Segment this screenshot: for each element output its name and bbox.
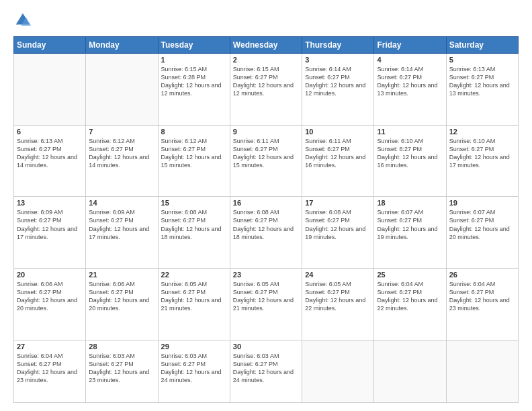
day-info: Sunrise: 6:13 AM Sunset: 6:27 PM Dayligh… bbox=[17, 137, 83, 170]
day-number: 6 bbox=[17, 128, 83, 136]
day-info: Sunrise: 6:09 AM Sunset: 6:27 PM Dayligh… bbox=[89, 208, 154, 241]
weekday-header-sunday: Sunday bbox=[14, 37, 86, 54]
page: SundayMondayTuesdayWednesdayThursdayFrid… bbox=[0, 0, 532, 411]
weekday-header-row: SundayMondayTuesdayWednesdayThursdayFrid… bbox=[14, 37, 519, 54]
calendar-cell: 20Sunrise: 6:06 AM Sunset: 6:27 PM Dayli… bbox=[14, 268, 86, 340]
calendar-cell bbox=[446, 340, 518, 402]
day-number: 12 bbox=[449, 128, 515, 136]
day-number: 28 bbox=[89, 342, 154, 351]
calendar-cell: 2Sunrise: 6:15 AM Sunset: 6:27 PM Daylig… bbox=[230, 54, 302, 126]
day-info: Sunrise: 6:06 AM Sunset: 6:27 PM Dayligh… bbox=[17, 280, 83, 313]
day-number: 29 bbox=[161, 342, 227, 351]
calendar-cell: 28Sunrise: 6:03 AM Sunset: 6:27 PM Dayli… bbox=[86, 340, 158, 402]
day-info: Sunrise: 6:11 AM Sunset: 6:27 PM Dayligh… bbox=[233, 137, 299, 170]
day-info: Sunrise: 6:04 AM Sunset: 6:27 PM Dayligh… bbox=[17, 352, 83, 385]
calendar-cell: 8Sunrise: 6:12 AM Sunset: 6:27 PM Daylig… bbox=[158, 125, 230, 197]
day-info: Sunrise: 6:05 AM Sunset: 6:27 PM Dayligh… bbox=[305, 280, 371, 313]
calendar-cell: 19Sunrise: 6:07 AM Sunset: 6:27 PM Dayli… bbox=[446, 197, 518, 269]
calendar-cell: 26Sunrise: 6:04 AM Sunset: 6:27 PM Dayli… bbox=[446, 268, 518, 340]
weekday-header-saturday: Saturday bbox=[446, 37, 518, 54]
day-number: 18 bbox=[377, 199, 443, 207]
day-info: Sunrise: 6:14 AM Sunset: 6:27 PM Dayligh… bbox=[377, 65, 443, 98]
day-number: 16 bbox=[233, 199, 299, 207]
calendar-cell bbox=[86, 54, 158, 126]
calendar-cell: 15Sunrise: 6:08 AM Sunset: 6:27 PM Dayli… bbox=[158, 197, 230, 269]
day-number: 13 bbox=[17, 199, 83, 207]
weekday-header-tuesday: Tuesday bbox=[158, 37, 230, 54]
day-number: 19 bbox=[449, 199, 515, 207]
calendar-cell: 7Sunrise: 6:12 AM Sunset: 6:27 PM Daylig… bbox=[86, 125, 158, 197]
day-number: 20 bbox=[17, 271, 83, 279]
day-info: Sunrise: 6:09 AM Sunset: 6:27 PM Dayligh… bbox=[17, 208, 83, 241]
day-number: 3 bbox=[305, 56, 371, 64]
day-info: Sunrise: 6:10 AM Sunset: 6:27 PM Dayligh… bbox=[377, 137, 443, 170]
calendar-cell: 22Sunrise: 6:05 AM Sunset: 6:27 PM Dayli… bbox=[158, 268, 230, 340]
day-number: 27 bbox=[17, 342, 83, 351]
calendar-cell: 30Sunrise: 6:03 AM Sunset: 6:27 PM Dayli… bbox=[230, 340, 302, 402]
logo bbox=[13, 11, 35, 30]
calendar-cell: 16Sunrise: 6:08 AM Sunset: 6:27 PM Dayli… bbox=[230, 197, 302, 269]
day-number: 9 bbox=[233, 128, 299, 136]
day-info: Sunrise: 6:12 AM Sunset: 6:27 PM Dayligh… bbox=[161, 137, 227, 170]
calendar-cell: 24Sunrise: 6:05 AM Sunset: 6:27 PM Dayli… bbox=[302, 268, 374, 340]
calendar-cell: 21Sunrise: 6:06 AM Sunset: 6:27 PM Dayli… bbox=[86, 268, 158, 340]
calendar-cell: 10Sunrise: 6:11 AM Sunset: 6:27 PM Dayli… bbox=[302, 125, 374, 197]
calendar-cell bbox=[14, 54, 86, 126]
day-info: Sunrise: 6:07 AM Sunset: 6:27 PM Dayligh… bbox=[377, 208, 443, 241]
calendar-cell: 5Sunrise: 6:13 AM Sunset: 6:27 PM Daylig… bbox=[446, 54, 518, 126]
day-number: 8 bbox=[161, 128, 227, 136]
calendar-cell: 1Sunrise: 6:15 AM Sunset: 6:28 PM Daylig… bbox=[158, 54, 230, 126]
day-info: Sunrise: 6:04 AM Sunset: 6:27 PM Dayligh… bbox=[377, 280, 443, 313]
day-info: Sunrise: 6:06 AM Sunset: 6:27 PM Dayligh… bbox=[89, 280, 154, 313]
day-info: Sunrise: 6:13 AM Sunset: 6:27 PM Dayligh… bbox=[449, 65, 515, 98]
day-info: Sunrise: 6:03 AM Sunset: 6:27 PM Dayligh… bbox=[89, 352, 154, 385]
day-info: Sunrise: 6:15 AM Sunset: 6:28 PM Dayligh… bbox=[161, 65, 227, 98]
day-number: 17 bbox=[305, 199, 371, 207]
calendar-cell: 27Sunrise: 6:04 AM Sunset: 6:27 PM Dayli… bbox=[14, 340, 86, 402]
day-number: 21 bbox=[89, 271, 154, 279]
day-info: Sunrise: 6:07 AM Sunset: 6:27 PM Dayligh… bbox=[449, 208, 515, 241]
day-number: 25 bbox=[377, 271, 443, 279]
calendar-week-row: 27Sunrise: 6:04 AM Sunset: 6:27 PM Dayli… bbox=[14, 340, 519, 402]
weekday-header-friday: Friday bbox=[374, 37, 446, 54]
day-info: Sunrise: 6:03 AM Sunset: 6:27 PM Dayligh… bbox=[161, 352, 227, 385]
day-info: Sunrise: 6:10 AM Sunset: 6:27 PM Dayligh… bbox=[449, 137, 515, 170]
day-info: Sunrise: 6:08 AM Sunset: 6:27 PM Dayligh… bbox=[161, 208, 227, 241]
day-info: Sunrise: 6:11 AM Sunset: 6:27 PM Dayligh… bbox=[305, 137, 371, 170]
day-number: 22 bbox=[161, 271, 227, 279]
day-info: Sunrise: 6:05 AM Sunset: 6:27 PM Dayligh… bbox=[161, 280, 227, 313]
day-info: Sunrise: 6:05 AM Sunset: 6:27 PM Dayligh… bbox=[233, 280, 299, 313]
day-number: 15 bbox=[161, 199, 227, 207]
day-number: 2 bbox=[233, 56, 299, 64]
day-number: 26 bbox=[449, 271, 515, 279]
day-number: 30 bbox=[233, 342, 299, 351]
calendar-cell bbox=[374, 340, 446, 402]
calendar-cell: 23Sunrise: 6:05 AM Sunset: 6:27 PM Dayli… bbox=[230, 268, 302, 340]
calendar-week-row: 1Sunrise: 6:15 AM Sunset: 6:28 PM Daylig… bbox=[14, 54, 519, 126]
day-info: Sunrise: 6:15 AM Sunset: 6:27 PM Dayligh… bbox=[233, 65, 299, 98]
weekday-header-thursday: Thursday bbox=[302, 37, 374, 54]
logo-icon bbox=[13, 11, 32, 30]
calendar-cell: 9Sunrise: 6:11 AM Sunset: 6:27 PM Daylig… bbox=[230, 125, 302, 197]
day-number: 4 bbox=[377, 56, 443, 64]
calendar-cell: 25Sunrise: 6:04 AM Sunset: 6:27 PM Dayli… bbox=[374, 268, 446, 340]
day-number: 11 bbox=[377, 128, 443, 136]
calendar-cell: 14Sunrise: 6:09 AM Sunset: 6:27 PM Dayli… bbox=[86, 197, 158, 269]
calendar-cell: 4Sunrise: 6:14 AM Sunset: 6:27 PM Daylig… bbox=[374, 54, 446, 126]
day-number: 5 bbox=[449, 56, 515, 64]
weekday-header-wednesday: Wednesday bbox=[230, 37, 302, 54]
day-info: Sunrise: 6:14 AM Sunset: 6:27 PM Dayligh… bbox=[305, 65, 371, 98]
calendar-cell: 18Sunrise: 6:07 AM Sunset: 6:27 PM Dayli… bbox=[374, 197, 446, 269]
day-number: 1 bbox=[161, 56, 227, 64]
calendar-week-row: 13Sunrise: 6:09 AM Sunset: 6:27 PM Dayli… bbox=[14, 197, 519, 269]
day-number: 10 bbox=[305, 128, 371, 136]
weekday-header-monday: Monday bbox=[86, 37, 158, 54]
calendar-cell bbox=[302, 340, 374, 402]
calendar-cell: 12Sunrise: 6:10 AM Sunset: 6:27 PM Dayli… bbox=[446, 125, 518, 197]
calendar-week-row: 6Sunrise: 6:13 AM Sunset: 6:27 PM Daylig… bbox=[14, 125, 519, 197]
calendar-cell: 17Sunrise: 6:08 AM Sunset: 6:27 PM Dayli… bbox=[302, 197, 374, 269]
calendar-cell: 13Sunrise: 6:09 AM Sunset: 6:27 PM Dayli… bbox=[14, 197, 86, 269]
calendar-cell: 3Sunrise: 6:14 AM Sunset: 6:27 PM Daylig… bbox=[302, 54, 374, 126]
day-number: 24 bbox=[305, 271, 371, 279]
calendar-week-row: 20Sunrise: 6:06 AM Sunset: 6:27 PM Dayli… bbox=[14, 268, 519, 340]
